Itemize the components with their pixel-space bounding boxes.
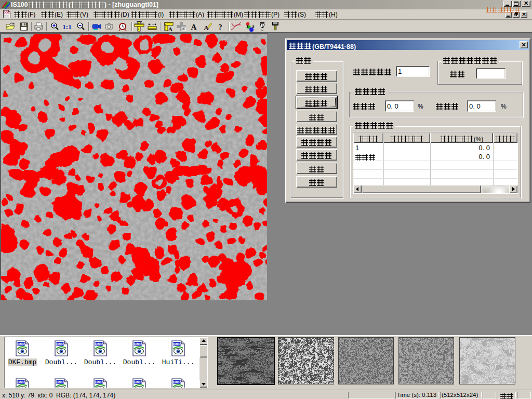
svg-text:1:1: 1:1 <box>62 23 71 31</box>
svg-text:A: A <box>168 26 172 32</box>
svg-text:A: A <box>191 23 197 31</box>
svg-text:BMP: BMP <box>95 380 103 384</box>
svg-text:BMP: BMP <box>173 342 181 346</box>
svg-text:BMP: BMP <box>95 342 103 346</box>
svg-text:1: 1 <box>246 24 249 29</box>
svg-text:BMP: BMP <box>134 380 142 384</box>
svg-text:BMP: BMP <box>17 380 25 384</box>
svg-text:DOC: DOC <box>4 11 10 14</box>
svg-text:BMP: BMP <box>173 380 181 384</box>
svg-text:BMP: BMP <box>56 380 64 384</box>
svg-text:BMP: BMP <box>134 342 142 346</box>
svg-text:3: 3 <box>252 24 255 29</box>
svg-text:?: ? <box>218 23 222 31</box>
svg-text:BMP: BMP <box>17 342 25 346</box>
svg-text:BMP: BMP <box>56 342 64 346</box>
